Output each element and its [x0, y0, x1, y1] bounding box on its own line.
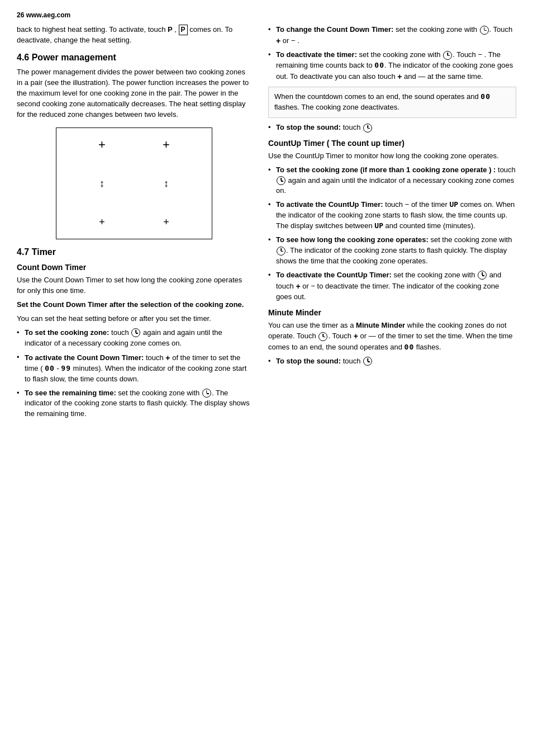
bullet-set-cooking-zone: To set the cooking zone: touch again and…: [17, 328, 251, 349]
stop-sound-mm-bold: To stop the sound:: [276, 357, 341, 365]
plus-btn-1: +: [165, 352, 170, 363]
section-4-7-heading: 4.7 Timer: [17, 247, 251, 257]
timer-symbol-3: [480, 26, 489, 35]
countup-body: Use the CountUp Timer to monitor how lon…: [268, 151, 516, 162]
bullet-activate-countdown: To activate the Count Down Timer: touch …: [17, 352, 251, 385]
bullet-stop-sound: To stop the sound: touch: [268, 122, 516, 133]
plus-btn-4: +: [296, 281, 300, 292]
cross-bottom-right: +: [163, 216, 169, 228]
timer-symbol-10: [363, 357, 372, 366]
deactivate-bold: To deactivate the timer:: [276, 50, 357, 59]
timer-symbol-5: [363, 124, 372, 133]
intro-paragraph: back to highest heat setting. To activat…: [17, 25, 251, 46]
minute-minder-heading: Minute Minder: [268, 308, 516, 317]
bullet-change-countdown: To change the Count Down Timer: set the …: [268, 25, 516, 46]
p-symbol: P: [168, 25, 173, 35]
burner-top-left: + ↕ +: [73, 139, 131, 228]
stop-sound-bullet: To stop the sound: touch: [268, 122, 516, 133]
plus-btn-2: +: [276, 35, 280, 46]
power-management-diagram: + ↕ + + ↕ +: [56, 127, 212, 239]
section-4-6-num: 4.6: [17, 53, 29, 62]
set-cz-countup-bold: To set the cooking zone (if more than 1 …: [276, 166, 496, 174]
bullet-see-remaining: To see the remaining time: set the cooki…: [17, 388, 251, 420]
diagram-inner: + ↕ + + ↕ +: [73, 139, 196, 228]
right-column: To change the Count Down Timer: set the …: [268, 25, 516, 745]
countdown-body: Use the Count Down Timer to set how long…: [17, 275, 251, 296]
left-column: back to highest heat setting. To activat…: [17, 25, 251, 745]
bullet-activate-countup: To activate the CountUp Timer: touch − o…: [268, 200, 516, 231]
arrow-down-left: ↕: [99, 178, 104, 190]
bullet-deactivate-timer: To deactivate the timer: set the cooking…: [268, 50, 516, 82]
plus-btn-3: +: [397, 71, 402, 82]
cross-bottom-left: +: [99, 216, 105, 228]
timer-symbol-6: [277, 176, 285, 185]
timer-symbol-7: [277, 247, 285, 256]
deactivate-countup-bold: To deactivate the CountUp Timer:: [276, 271, 392, 279]
set-countdown-body: You can set the heat setting before or a…: [17, 314, 251, 324]
countup-bullets: To set the cooking zone (if more than 1 …: [268, 165, 516, 303]
timer-symbol-9: [318, 332, 327, 341]
display-99: 99: [61, 363, 71, 374]
right-top-bullets: To change the Count Down Timer: set the …: [268, 25, 516, 82]
section-4-6-heading: 4.6 Power management: [17, 53, 251, 63]
timer-symbol-4: [443, 51, 452, 60]
up-symbol-2: UP: [374, 221, 383, 231]
bullet-deactivate-countup: To deactivate the CountUp Timer: set the…: [268, 270, 516, 303]
bullet-set-cz-countup: To set the cooking zone (if more than 1 …: [268, 165, 516, 197]
page: 26 www.aeg.com back to highest heat sett…: [0, 0, 533, 756]
change-cd-bold: To change the Count Down Timer:: [276, 25, 393, 34]
display-00-3: 00: [480, 92, 491, 102]
section-4-7-num: 4.7: [17, 247, 29, 257]
see-how-long-bold: To see how long the cooking zone operate…: [276, 235, 429, 244]
set-countdown-instruction: Set the Count Down Timer after the selec…: [17, 300, 251, 310]
display-00: 00: [45, 363, 55, 374]
countdown-bullets: To set the cooking zone: touch again and…: [17, 328, 251, 419]
plus-btn-5: +: [354, 330, 358, 342]
timer-symbol-8: [478, 271, 487, 280]
countdown-heading: Count Down Timer: [17, 263, 251, 272]
cross-top-right: +: [163, 139, 170, 151]
cross-top-left: +: [98, 139, 106, 151]
display-00-2: 00: [374, 60, 384, 71]
p-circle: P: [179, 25, 188, 35]
bullet-1-bold: To set the cooking zone:: [25, 328, 109, 337]
countdown-divider: When the countdown comes to an end, the …: [268, 87, 516, 118]
bullet-3-bold: To see the remaining time:: [25, 389, 116, 397]
timer-symbol-2: [202, 389, 211, 398]
burner-top-right: + ↕ +: [137, 139, 196, 228]
countup-heading: CountUp Timer ( The count up timer): [268, 139, 516, 148]
bullet-2-bold: To activate the Count Down Timer:: [25, 353, 144, 361]
bullet-stop-sound-mm: To stop the sound: touch: [268, 356, 516, 367]
minute-minder-bullets: To stop the sound: touch: [268, 356, 516, 367]
section-4-6-body: The power management divides the power b…: [17, 67, 251, 120]
display-00-4: 00: [404, 342, 415, 353]
up-symbol-1: UP: [450, 200, 459, 210]
section-4-7: 4.7 Timer Count Down Timer Use the Count…: [17, 247, 251, 419]
minute-minder-body: You can use the timer as a Minute Minder…: [268, 320, 516, 353]
bullet-see-how-long: To see how long the cooking zone operate…: [268, 235, 516, 267]
timer-symbol-1: [131, 328, 140, 337]
top-bar: 26 www.aeg.com: [17, 11, 516, 19]
arrow-down-right: ↕: [164, 178, 169, 190]
activate-countup-bold: To activate the CountUp Timer:: [276, 200, 383, 209]
two-col-layout: back to highest heat setting. To activat…: [17, 25, 516, 745]
minute-minder-bold: Minute Minder: [356, 321, 405, 329]
set-countdown-bold: Set the Count Down Timer after the selec…: [17, 300, 244, 309]
stop-sound-bold: To stop the sound:: [276, 123, 341, 131]
